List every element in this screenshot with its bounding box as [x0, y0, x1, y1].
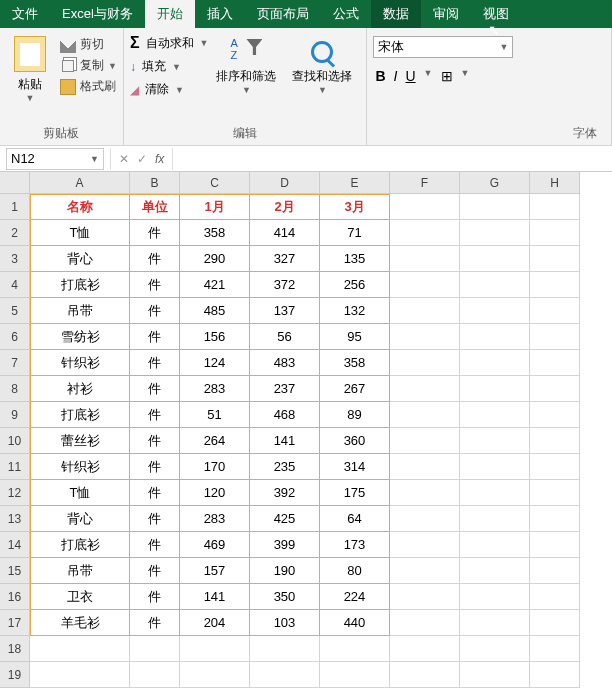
row-header[interactable]: 13 — [0, 506, 30, 532]
cell[interactable]: 打底衫 — [30, 402, 130, 428]
cell[interactable] — [460, 506, 530, 532]
cell[interactable]: 237 — [250, 376, 320, 402]
cell[interactable] — [390, 428, 460, 454]
cell[interactable]: 打底衫 — [30, 272, 130, 298]
row-header[interactable]: 2 — [0, 220, 30, 246]
cell[interactable]: 件 — [130, 610, 180, 636]
cell[interactable] — [130, 636, 180, 662]
tab-Excel与财务[interactable]: Excel与财务 — [50, 0, 145, 28]
col-header[interactable]: G — [460, 172, 530, 194]
row-header[interactable]: 11 — [0, 454, 30, 480]
cell[interactable]: 141 — [180, 584, 250, 610]
clear-button[interactable]: ◢清除 ▼ — [130, 81, 209, 98]
row-header[interactable]: 16 — [0, 584, 30, 610]
cell[interactable] — [460, 662, 530, 688]
cell[interactable] — [460, 532, 530, 558]
cut-button[interactable]: 剪切 — [60, 36, 117, 53]
cell[interactable] — [390, 220, 460, 246]
row-header[interactable]: 9 — [0, 402, 30, 428]
cell[interactable] — [530, 506, 580, 532]
cell[interactable] — [30, 636, 130, 662]
cell[interactable] — [530, 220, 580, 246]
cell[interactable] — [530, 298, 580, 324]
cell[interactable]: 件 — [130, 376, 180, 402]
cell[interactable]: 件 — [130, 558, 180, 584]
row-header[interactable]: 12 — [0, 480, 30, 506]
cancel-formula-icon[interactable]: ✕ — [119, 152, 129, 166]
cell[interactable]: 件 — [130, 506, 180, 532]
cell[interactable]: 80 — [320, 558, 390, 584]
cell[interactable]: 件 — [130, 324, 180, 350]
cell[interactable] — [180, 662, 250, 688]
cell[interactable]: 283 — [180, 506, 250, 532]
cell[interactable]: 件 — [130, 584, 180, 610]
cell[interactable]: 469 — [180, 532, 250, 558]
cell[interactable] — [390, 324, 460, 350]
cell[interactable] — [460, 636, 530, 662]
cell[interactable]: 单位 — [130, 194, 180, 220]
cell[interactable]: 190 — [250, 558, 320, 584]
cell[interactable] — [390, 584, 460, 610]
select-all-corner[interactable] — [0, 172, 30, 194]
cell[interactable] — [390, 662, 460, 688]
cell[interactable]: 235 — [250, 454, 320, 480]
cell[interactable]: 51 — [180, 402, 250, 428]
row-header[interactable]: 4 — [0, 272, 30, 298]
cell[interactable]: 吊带 — [30, 298, 130, 324]
cell[interactable]: 件 — [130, 298, 180, 324]
cell[interactable] — [320, 662, 390, 688]
cell[interactable]: 483 — [250, 350, 320, 376]
cell[interactable]: 124 — [180, 350, 250, 376]
cell[interactable]: 327 — [250, 246, 320, 272]
cell[interactable]: 2月 — [250, 194, 320, 220]
cell[interactable]: 件 — [130, 272, 180, 298]
row-header[interactable]: 7 — [0, 350, 30, 376]
cell[interactable]: T恤 — [30, 480, 130, 506]
cell[interactable]: 421 — [180, 272, 250, 298]
cell[interactable] — [460, 558, 530, 584]
row-header[interactable]: 18 — [0, 636, 30, 662]
tab-页面布局[interactable]: 页面布局 — [245, 0, 321, 28]
cell[interactable]: 件 — [130, 246, 180, 272]
cell[interactable]: 399 — [250, 532, 320, 558]
cell[interactable]: 485 — [180, 298, 250, 324]
autosum-button[interactable]: Σ自动求和 ▼ — [130, 34, 209, 52]
italic-button[interactable]: I — [394, 68, 398, 84]
cell[interactable]: 137 — [250, 298, 320, 324]
cell[interactable] — [460, 454, 530, 480]
cell[interactable] — [390, 532, 460, 558]
fill-button[interactable]: ↓填充 ▼ — [130, 58, 209, 75]
cell[interactable] — [460, 220, 530, 246]
cell[interactable]: 157 — [180, 558, 250, 584]
cell[interactable]: 135 — [320, 246, 390, 272]
cell[interactable]: 件 — [130, 350, 180, 376]
cell[interactable] — [460, 246, 530, 272]
cell[interactable] — [460, 350, 530, 376]
cell[interactable]: 蕾丝衫 — [30, 428, 130, 454]
cell[interactable] — [390, 350, 460, 376]
row-header[interactable]: 8 — [0, 376, 30, 402]
cell[interactable]: 283 — [180, 376, 250, 402]
cell[interactable]: 羊毛衫 — [30, 610, 130, 636]
fx-icon[interactable]: fx — [155, 152, 164, 166]
cell[interactable]: 件 — [130, 532, 180, 558]
cell[interactable]: 264 — [180, 428, 250, 454]
cell[interactable] — [390, 298, 460, 324]
row-header[interactable]: 6 — [0, 324, 30, 350]
cell[interactable]: 89 — [320, 402, 390, 428]
cell[interactable] — [530, 662, 580, 688]
cell[interactable] — [460, 376, 530, 402]
col-header[interactable]: F — [390, 172, 460, 194]
name-box[interactable]: N12▼ — [6, 148, 104, 170]
cell[interactable]: 64 — [320, 506, 390, 532]
cell[interactable] — [250, 636, 320, 662]
row-header[interactable]: 5 — [0, 298, 30, 324]
cell[interactable] — [390, 376, 460, 402]
cell[interactable] — [530, 558, 580, 584]
cell[interactable]: 背心 — [30, 246, 130, 272]
cell[interactable] — [530, 584, 580, 610]
cell[interactable]: 358 — [180, 220, 250, 246]
tab-公式[interactable]: 公式 — [321, 0, 371, 28]
copy-button[interactable]: 复制 ▼ — [60, 57, 117, 74]
cell[interactable] — [530, 246, 580, 272]
